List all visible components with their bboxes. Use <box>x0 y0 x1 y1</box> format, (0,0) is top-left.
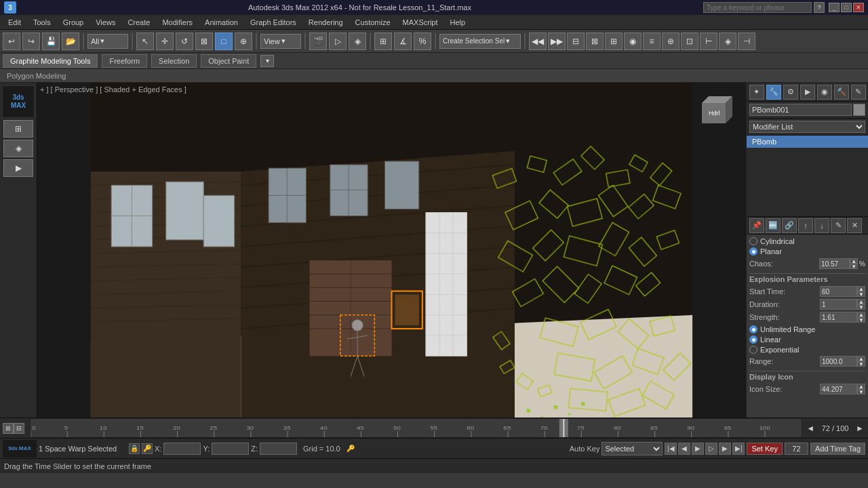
array-btn[interactable]: ⊞ <box>605 33 623 50</box>
play-btn[interactable]: ▶ <box>692 443 704 455</box>
modifier-move-down-btn[interactable]: ↓ <box>814 218 829 233</box>
prev-frame-playback-btn[interactable]: ◀ <box>678 443 690 455</box>
modify-panel-icon[interactable]: 🔧 <box>766 85 781 100</box>
search-input[interactable] <box>703 2 812 13</box>
unlimited-range-option[interactable]: Unlimited Range <box>749 325 865 333</box>
move-tool-button[interactable]: ✛ <box>156 33 174 50</box>
close-button[interactable]: ✕ <box>853 3 864 12</box>
render-button[interactable]: ▷ <box>329 33 347 50</box>
create-selection-dropdown[interactable]: Create Selection Sel ▾ <box>439 34 521 49</box>
modifier-item-pbomb[interactable]: PBomb <box>747 136 868 148</box>
material-editor-button[interactable]: ◈ <box>349 33 366 50</box>
tab-object-paint[interactable]: Object Paint <box>201 54 256 68</box>
icon-size-spinner[interactable]: ▲ ▼ <box>857 384 865 394</box>
help-icon[interactable]: ? <box>814 2 825 13</box>
menu-item-maxscript[interactable]: MAXScript <box>397 17 443 28</box>
tab-graphite-modeling[interactable]: Graphite Modeling Tools <box>3 54 98 68</box>
transform-button[interactable]: ⊕ <box>235 33 252 50</box>
menu-item-graph-editors[interactable]: Graph Editors <box>245 17 302 28</box>
display-panel-icon[interactable]: ◉ <box>817 85 832 100</box>
icon-size-input[interactable] <box>820 384 857 394</box>
menu-item-help[interactable]: Help <box>445 17 471 28</box>
color-swatch[interactable] <box>853 104 865 116</box>
modifier-remove-btn[interactable]: 🔗 <box>782 218 797 233</box>
strength-input[interactable] <box>820 312 857 323</box>
strength-down[interactable]: ▼ <box>857 317 865 323</box>
delete-modifier-btn[interactable]: ✕ <box>847 218 862 233</box>
extra-btn3[interactable]: ⊢ <box>700 33 717 50</box>
menu-item-modifiers[interactable]: Modifiers <box>157 17 198 28</box>
select-region-button[interactable]: □ <box>215 33 233 50</box>
menu-item-views[interactable]: Views <box>90 17 121 28</box>
chaos-spinner[interactable]: ▲ ▼ <box>850 258 858 269</box>
menu-item-customize[interactable]: Customize <box>350 17 396 28</box>
chaos-input[interactable] <box>819 258 850 269</box>
percent-snap-button[interactable]: % <box>414 33 431 50</box>
snap-toggle-button[interactable]: ⊞ <box>374 33 392 50</box>
view-dropdown[interactable]: View ▾ <box>260 34 301 49</box>
cylindrical-option[interactable]: Cylindrical <box>749 237 865 245</box>
cylindrical-radio[interactable] <box>749 237 757 245</box>
strength-spinner[interactable]: ▲ ▼ <box>857 312 865 323</box>
frame-input[interactable] <box>785 443 808 455</box>
make-unique-btn[interactable]: ✎ <box>831 218 846 233</box>
range-spinner[interactable]: ▲ ▼ <box>857 356 865 367</box>
align-btn[interactable]: ⊟ <box>567 33 585 50</box>
extra-panel-icon[interactable]: ✎ <box>851 85 866 100</box>
z-input[interactable] <box>260 443 297 455</box>
next-frame-playback-btn[interactable]: ▶ <box>719 443 731 455</box>
expand-button[interactable]: ▾ <box>260 55 274 67</box>
viewport[interactable]: + ] [ Perspective ] [ Shaded + Edged Fac… <box>37 83 746 418</box>
go-to-end-btn[interactable]: ▶| <box>732 443 745 455</box>
layer-btn[interactable]: ≡ <box>643 33 660 50</box>
motion-panel-btn[interactable]: ▶ <box>3 159 33 177</box>
menu-item-animation[interactable]: Animation <box>199 17 243 28</box>
display-panel-btn[interactable]: ◈ <box>3 140 33 157</box>
hierarchy-panel-icon[interactable]: ⚙ <box>783 85 798 100</box>
go-to-start-btn[interactable]: |◀ <box>665 443 677 455</box>
tab-freeform[interactable]: Freeform <box>102 54 147 68</box>
undo-button[interactable]: ↩ <box>3 33 20 50</box>
chaos-down[interactable]: ▼ <box>850 264 858 269</box>
y-input[interactable] <box>212 443 249 455</box>
start-time-input[interactable] <box>820 286 857 297</box>
unlimited-range-radio[interactable] <box>749 325 757 333</box>
render-setup-button[interactable]: 🎬 <box>309 33 327 50</box>
timeline-ruler[interactable]: 0 5 10 15 20 25 30 35 40 45 50 55 60 <box>30 418 802 438</box>
menu-item-rendering[interactable]: Rendering <box>303 17 349 28</box>
key-button[interactable]: 🔑 <box>142 443 153 454</box>
set-key-btn[interactable]: Set Key <box>747 443 783 455</box>
scale-tool-button[interactable]: ⊠ <box>195 33 213 50</box>
menu-item-create[interactable]: Create <box>122 17 155 28</box>
menu-item-group[interactable]: Group <box>58 17 90 28</box>
start-time-spinner[interactable]: ▲ ▼ <box>857 286 865 297</box>
viewport-orientation-cube[interactable]: Hdrl <box>695 89 739 134</box>
select-tool-button[interactable]: ↖ <box>136 33 154 50</box>
range-input[interactable] <box>820 356 857 367</box>
exponential-option[interactable]: Exponential <box>749 346 865 354</box>
mini-nav-btn2[interactable]: ⊟ <box>14 423 24 434</box>
angle-snap-button[interactable]: ∡ <box>394 33 412 50</box>
hide-btn[interactable]: ◉ <box>624 33 642 50</box>
tab-selection[interactable]: Selection <box>151 54 197 68</box>
modifier-dropdown[interactable]: Modifier List <box>749 121 865 133</box>
selected-dropdown[interactable]: Selected <box>601 442 663 455</box>
minimize-button[interactable]: _ <box>829 3 840 12</box>
object-name-input[interactable] <box>749 104 852 116</box>
x-input[interactable] <box>163 443 201 455</box>
prev-frame-btn[interactable]: ◀◀ <box>529 33 547 50</box>
save-button[interactable]: 💾 <box>42 33 60 50</box>
mirror-btn[interactable]: ⊠ <box>586 33 604 50</box>
extra-btn5[interactable]: ⊣ <box>738 33 755 50</box>
linear-option[interactable]: Linear <box>749 336 865 344</box>
linear-radio[interactable] <box>749 336 757 344</box>
next-key-btn[interactable]: ► <box>856 424 864 433</box>
modifier-prop-btn[interactable]: 🔤 <box>766 218 781 233</box>
next-frame-btn[interactable]: ▶▶ <box>548 33 566 50</box>
extra-btn2[interactable]: ⊡ <box>681 33 698 50</box>
prev-key-btn[interactable]: ◄ <box>806 424 814 433</box>
start-time-down[interactable]: ▼ <box>857 291 865 297</box>
extra-btn1[interactable]: ⊛ <box>662 33 679 50</box>
open-button[interactable]: 📂 <box>62 33 79 50</box>
extra-btn4[interactable]: ◈ <box>719 33 736 50</box>
